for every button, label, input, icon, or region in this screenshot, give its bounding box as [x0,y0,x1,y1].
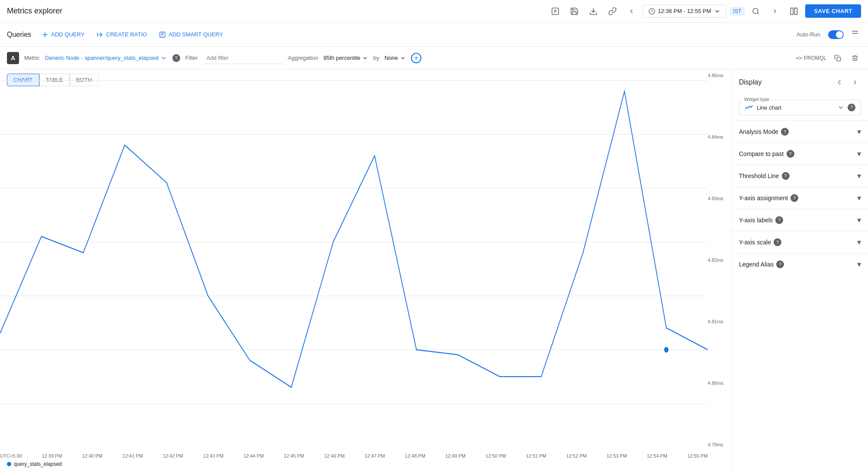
y-axis-assignment-chevron: ▾ [857,193,861,203]
display-sort-icon[interactable] [833,76,845,88]
copy-query-button[interactable] [832,52,844,64]
accordion-y-axis-scale[interactable]: Y-axis scale ? ▾ [732,231,868,253]
legend-alias-help-icon[interactable]: ? [776,260,784,268]
add-smart-query-button[interactable]: ADD SMART QUERY [155,29,227,41]
accordion-y-axis-labels[interactable]: Y-axis labels ? ▾ [732,209,868,231]
collapse-button[interactable] [849,27,861,42]
svg-rect-18 [837,57,841,61]
analysis-mode-chevron: ▾ [857,127,861,136]
legend-label: query_stats_elapsed [14,461,62,467]
accordion-legend-alias[interactable]: Legend Alias ? ▾ [732,253,868,275]
display-title: Display [739,78,761,86]
threshold-line-help-icon[interactable]: ? [782,172,790,180]
query-label: A [7,52,19,64]
delete-query-button[interactable] [849,52,861,64]
export-icon[interactable] [547,3,563,19]
svg-rect-9 [795,8,797,14]
auto-run-label: Auto-Run [797,31,820,38]
aggregation-text: Aggregation [288,55,318,61]
app-title: Metrics explorer [7,6,547,16]
save-icon[interactable] [567,3,582,19]
add-query-button[interactable]: ADD QUERY [38,29,88,41]
chart-svg-container [0,69,708,451]
create-ratio-button[interactable]: CREATE RATIO [93,29,150,41]
download-icon[interactable] [586,3,601,19]
threshold-line-chevron: ▾ [857,171,861,181]
widget-type-help-icon[interactable]: ? [848,104,855,111]
header-icons: 12:36 PM - 12:55 PM IST SAVE CHART [547,3,861,19]
metric-selector[interactable]: Generic Node - spanner/query_stats_elaps… [45,55,167,62]
y-axis-labels-chevron: ▾ [857,215,861,225]
right-panel: Display Widget type [732,69,868,468]
none-selector[interactable]: None [385,55,406,61]
legend-dot [7,462,11,466]
y-axis-labels-help-icon[interactable]: ? [775,216,783,224]
y-label-6: 4.80ms [708,380,728,386]
y-axis-labels: 4.85ms 4.84ms 4.83ms 4.82ms 4.81ms 4.80m… [708,69,732,451]
y-label-1: 4.85ms [708,73,728,78]
timezone-badge: IST [730,7,745,16]
accordion-analysis-mode[interactable]: Analysis Mode ? ▾ [732,120,868,143]
y-label-4: 4.82ms [708,257,728,263]
svg-line-7 [758,13,759,14]
compare-to-past-chevron: ▾ [857,149,861,159]
y-axis-scale-chevron: ▾ [857,237,861,247]
by-label: by [373,55,379,61]
y-label-2: 4.84ms [708,134,728,140]
widget-type-selector[interactable]: Line chart ? [739,100,861,115]
y-axis-scale-help-icon[interactable]: ? [774,238,781,246]
aggregation-selector[interactable]: 95th percentile [324,55,368,61]
filter-text: Filter [185,55,198,61]
y-axis-assignment-help-icon[interactable]: ? [790,194,798,202]
accordion-threshold-line[interactable]: Threshold Line ? ▾ [732,165,868,187]
svg-rect-11 [42,34,48,35]
display-close-icon[interactable] [849,76,861,88]
time-range-value: 12:36 PM - 12:55 PM [658,8,711,14]
link-icon[interactable] [605,3,620,19]
x-axis-labels: UTC+5:30 12:39 PM 12:40 PM 12:41 PM 12:4… [0,453,708,458]
queries-bar: Queries ADD QUERY CREATE RATIO ADD SMART… [0,23,868,47]
chart-area: CHART TABLE BOTH 4.85ms 4.84ms 4.83ms 4.… [0,69,732,468]
compare-to-past-help-icon[interactable]: ? [787,150,794,158]
filter-box [203,52,283,64]
widget-type-label: Widget type [742,97,771,102]
metric-help-icon[interactable]: ? [172,54,180,62]
prev-icon[interactable] [624,3,639,19]
analysis-mode-help-icon[interactable]: ? [781,128,789,136]
display-action-icons [833,76,861,88]
metric-text: Metric [24,55,39,61]
promql-button[interactable]: <> PROMQL [796,55,826,61]
y-label-5: 4.81ms [708,319,728,324]
comparison-icon[interactable] [786,3,802,19]
svg-rect-8 [791,8,794,14]
header: Metrics explorer 12:36 PM - 12 [0,0,868,23]
svg-point-26 [664,347,668,353]
accordion-y-axis-assignment[interactable]: Y-axis assignment ? ▾ [732,187,868,209]
add-filter-button[interactable]: + [411,53,421,63]
display-header: Display [732,69,868,92]
main-content: CHART TABLE BOTH 4.85ms 4.84ms 4.83ms 4.… [0,69,868,468]
y-label-3: 4.83ms [708,196,728,201]
auto-run-toggle[interactable] [828,30,844,39]
time-range-selector[interactable]: 12:36 PM - 12:55 PM [643,5,726,18]
filter-input[interactable] [205,53,281,63]
chart-legend: query_stats_elapsed [7,461,62,467]
legend-alias-chevron: ▾ [857,260,861,269]
y-label-7: 4.79ms [708,442,728,447]
next-icon[interactable] [767,3,783,19]
search-icon[interactable] [748,3,764,19]
queries-label: Queries [7,31,31,39]
widget-type-section: Widget type Line chart ? [732,92,868,120]
accordion-compare-to-past[interactable]: Compare to past ? ▾ [732,143,868,165]
widget-type-value: Line chart [757,104,834,111]
svg-point-6 [753,8,758,13]
save-chart-button[interactable]: SAVE CHART [805,4,861,18]
query-row: A Metric Generic Node - spanner/query_st… [0,47,868,69]
